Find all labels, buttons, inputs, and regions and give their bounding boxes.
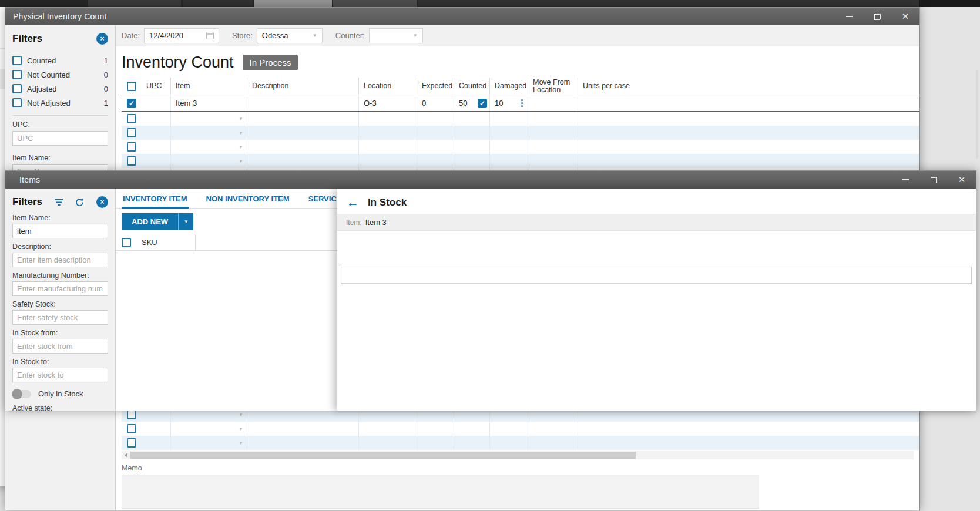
refresh-icon[interactable] — [75, 197, 85, 207]
cell — [247, 126, 359, 140]
cell — [142, 154, 171, 168]
row-checkbox[interactable] — [127, 438, 136, 448]
scrollbar-thumb[interactable] — [130, 452, 636, 459]
inventory-table-row-empty[interactable]: ▼ — [122, 112, 919, 126]
chevron-down-icon[interactable]: ▼ — [239, 130, 243, 136]
cell — [359, 126, 417, 140]
chevron-down-icon[interactable]: ▼ — [239, 159, 243, 164]
minimize-button[interactable] — [891, 171, 919, 189]
row-checkbox[interactable] — [127, 142, 136, 152]
row-checkbox[interactable] — [127, 128, 136, 137]
field-input-item-name[interactable] — [12, 224, 108, 238]
minimize-icon — [846, 16, 853, 17]
inventory-table-row-empty[interactable]: ▼ — [122, 422, 919, 436]
chevron-down-icon[interactable]: ▼ — [239, 412, 243, 418]
chevron-down-icon[interactable]: ▼ — [239, 441, 243, 446]
item-label: Item: — [346, 218, 362, 227]
close-button[interactable]: ✕ — [948, 171, 976, 189]
inventory-table-row-empty[interactable]: ▼ — [122, 154, 919, 168]
row-checkbox[interactable] — [127, 156, 136, 166]
counted-checkbox[interactable] — [478, 99, 487, 108]
column-header-label: SKU — [142, 238, 157, 247]
add-new-label: ADD NEW — [122, 213, 178, 230]
filter-item-adjusted[interactable]: Adjusted0 — [12, 82, 108, 96]
row-checkbox[interactable] — [127, 99, 136, 108]
row-checkbox[interactable] — [127, 424, 136, 433]
vertical-scrollbar[interactable] — [976, 70, 978, 159]
upc-input[interactable] — [12, 131, 108, 146]
add-new-dropdown[interactable]: ▼ — [178, 213, 193, 230]
inventory-table-row-empty[interactable]: ▼ — [122, 436, 919, 450]
items-filters-sidebar: Filters Item Name:Description:Manufactur… — [5, 189, 116, 411]
horizontal-scrollbar[interactable] — [122, 451, 914, 459]
field-input-description[interactable] — [12, 253, 108, 267]
field-input-safety-stock[interactable] — [12, 310, 108, 325]
cell — [417, 126, 454, 140]
field-input-in-stock-from[interactable] — [12, 339, 108, 354]
chevron-down-icon: ▼ — [313, 33, 317, 38]
chevron-down-icon[interactable]: ▼ — [239, 426, 243, 432]
row-menu-icon[interactable] — [521, 102, 523, 104]
inventory-table-row-empty[interactable]: ▼ — [122, 126, 919, 140]
checkbox[interactable] — [12, 70, 22, 79]
inventory-table-row-selected[interactable]: Item 3 O-3 0 50 10 — [122, 95, 919, 112]
counter-dropdown[interactable]: ▼ — [369, 28, 423, 43]
cell — [417, 436, 454, 450]
cell — [359, 112, 417, 126]
column-header-move-from-location: Move From Location — [528, 78, 578, 95]
panel-title: In Stock — [368, 197, 407, 209]
tab-inventory-item[interactable]: INVENTORY ITEM — [122, 190, 189, 208]
item-info-bar: Item: Item 3 — [337, 214, 976, 231]
active-state-label: Active state: — [12, 404, 108, 412]
taskbar-tab-fragment — [418, 0, 919, 7]
scroll-left-icon[interactable] — [125, 453, 127, 458]
filters-title: Filters — [12, 33, 42, 45]
checkbox[interactable] — [12, 56, 22, 65]
minimize-button[interactable] — [835, 8, 863, 25]
row-checkbox[interactable] — [127, 410, 136, 419]
field-label-description: Description: — [12, 243, 108, 251]
clear-filters-icon[interactable] — [96, 196, 108, 208]
filter-item-label: Not Counted — [27, 70, 70, 79]
cell — [359, 154, 417, 168]
inventory-table-row-empty[interactable]: ▼ — [122, 140, 919, 154]
cell — [578, 436, 919, 450]
pic-toolbar: Date: 12/4/2020 Store: Odessa ▼ Counter:… — [116, 25, 919, 46]
store-dropdown[interactable]: Odessa ▼ — [257, 28, 323, 43]
field-input-in-stock-to[interactable] — [12, 368, 108, 382]
row-checkbox[interactable] — [127, 114, 136, 123]
chevron-down-icon[interactable]: ▼ — [239, 144, 243, 150]
filter-lines-icon[interactable] — [54, 199, 64, 206]
select-all-checkbox[interactable] — [122, 238, 131, 247]
cell — [142, 422, 171, 436]
only-in-stock-toggle[interactable] — [12, 390, 31, 398]
add-new-button[interactable]: ADD NEW ▼ — [122, 213, 193, 230]
pic-titlebar[interactable]: Physical Inventory Count ✕ — [5, 8, 919, 25]
taskbar-tab-fragment — [183, 0, 253, 7]
filter-item-label: Adjusted — [27, 85, 57, 93]
restore-button[interactable] — [863, 8, 891, 25]
items-titlebar[interactable]: Items ✕ — [5, 171, 976, 189]
checkbox[interactable] — [12, 98, 22, 107]
close-button[interactable]: ✕ — [891, 8, 919, 25]
filter-item-not-adjusted[interactable]: Not Adjusted1 — [12, 96, 108, 110]
filter-item-counted[interactable]: Counted1 — [12, 53, 108, 68]
window-title: Physical Inventory Count — [5, 12, 107, 21]
cell — [454, 126, 490, 140]
transaction-history-table — [341, 267, 972, 284]
filter-item-not-counted[interactable]: Not Counted0 — [12, 68, 108, 82]
cell-location: O-3 — [359, 95, 417, 111]
checkbox[interactable] — [12, 84, 22, 93]
store-value: Odessa — [262, 31, 288, 40]
tab-non-inventory-item[interactable]: NON INVENTORY ITEM — [205, 190, 291, 208]
date-input[interactable]: 12/4/2020 — [144, 28, 219, 43]
chevron-down-icon[interactable]: ▼ — [239, 116, 243, 122]
cell — [490, 140, 528, 154]
restore-button[interactable] — [919, 171, 948, 189]
back-arrow-icon[interactable]: ← — [347, 196, 359, 209]
select-all-checkbox[interactable] — [127, 82, 136, 91]
clear-filters-icon[interactable] — [96, 33, 108, 45]
memo-input[interactable] — [122, 475, 759, 509]
column-header-description: Description — [247, 78, 359, 95]
field-input-manufacturing-number[interactable] — [12, 281, 108, 296]
